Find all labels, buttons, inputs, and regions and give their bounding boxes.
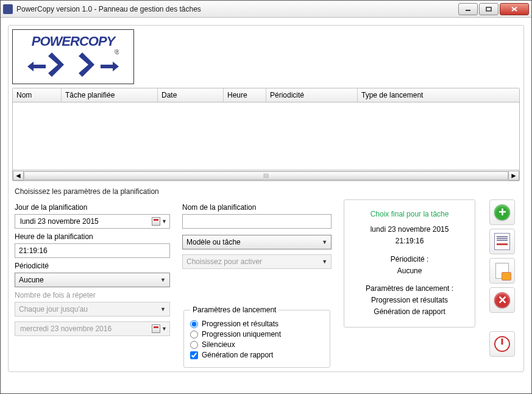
summary-periodicity-value: Aucune: [349, 265, 470, 277]
summary-box: Choix final pour la tâche lundi 23 novem…: [344, 199, 475, 328]
col-nom[interactable]: Nom: [13, 88, 62, 102]
repeat-dropdown: Chaque jour jusqu'au ▼: [15, 302, 170, 317]
col-date[interactable]: Date: [158, 88, 224, 102]
summary-date: lundi 23 novembre 2015: [349, 224, 470, 235]
column-schedule: Jour de la planification lundi 23 novemb…: [15, 199, 170, 368]
scroll-left-arrow-icon[interactable]: ◄: [13, 171, 24, 181]
scroll-thumb[interactable]: [24, 171, 508, 180]
logo: POWERCOPY ®: [12, 29, 134, 84]
check-report[interactable]: Génération de rapport: [190, 351, 324, 359]
activate-dropdown: Choisissez pour activer ▼: [182, 254, 332, 269]
radio-progress-results-input[interactable]: [190, 320, 198, 328]
until-date-picker: mercredi 23 novembre 2016 ▼: [15, 321, 170, 336]
summary-periodicity-label: Périodicité :: [349, 254, 470, 265]
summary-launch-2: Génération de rapport: [349, 306, 470, 318]
copy-folder-icon: [495, 263, 509, 279]
logo-arrows-icon: ®: [27, 49, 119, 80]
scroll-track[interactable]: [24, 171, 508, 181]
radio-silent[interactable]: Silencieux: [190, 340, 324, 349]
svg-rect-1: [486, 7, 491, 11]
svg-text:®: ®: [115, 49, 119, 56]
time-input[interactable]: 21:19:16: [15, 243, 170, 258]
chevron-down-icon: ▼: [322, 239, 327, 245]
task-grid[interactable]: Nom Tâche planifiée Date Heure Périodici…: [12, 88, 520, 181]
periodicity-label: Périodicité: [15, 262, 170, 270]
delete-button[interactable]: ✕: [489, 287, 515, 313]
date-value: lundi 23 novembre 2015: [20, 217, 99, 226]
calendar-button[interactable]: ▼: [152, 217, 167, 226]
plus-icon: +: [494, 204, 510, 220]
launch-params-group: Paramètres de lancement Progression et r…: [183, 306, 330, 368]
activate-value: Choisissez pour activer: [186, 257, 262, 266]
chevron-down-icon: ▼: [161, 326, 167, 332]
summary-time: 21:19:16: [349, 235, 470, 247]
minimize-button[interactable]: [458, 3, 478, 15]
maximize-button[interactable]: [479, 3, 498, 15]
grid-header: Nom Tâche planifiée Date Heure Périodici…: [13, 88, 519, 102]
section-title: Choisissez les paramètres de la planific…: [15, 187, 520, 196]
column-summary: Choix final pour la tâche lundi 23 novem…: [344, 199, 475, 368]
chevron-down-icon: ▼: [160, 277, 166, 283]
radio-progress-only[interactable]: Progression uniquement: [190, 330, 324, 338]
repeat-value: Chaque jour jusqu'au: [19, 305, 88, 313]
calendar-icon: [152, 217, 160, 226]
col-periodicite[interactable]: Périodicité: [266, 88, 358, 102]
main-panel: POWERCOPY ® Nom Tâche planifiée Date: [8, 25, 524, 372]
plan-name-label: Nom de la planification: [182, 203, 332, 212]
time-label: Heure de la planification: [15, 232, 170, 241]
repeat-label: Nombre de fois à répeter: [15, 291, 170, 299]
report-button[interactable]: [489, 229, 515, 254]
document-icon: [494, 233, 510, 250]
form-area: Jour de la planification lundi 23 novemb…: [12, 199, 520, 368]
delete-icon: ✕: [494, 292, 510, 308]
grid-body[interactable]: [13, 102, 519, 170]
launch-legend: Paramètres de lancement: [190, 306, 278, 314]
chevron-down-icon: ▼: [161, 218, 167, 224]
titlebar[interactable]: PowerCopy version 1.0 - Panneau de gesti…: [1, 1, 531, 18]
until-date-value: mercredi 23 novembre 2016: [20, 324, 112, 333]
summary-launch-label: Paramètres de lancement :: [349, 283, 470, 295]
scroll-right-arrow-icon[interactable]: ►: [508, 171, 519, 181]
model-value: Modèle ou tâche: [186, 238, 241, 246]
logo-text: POWERCOPY: [32, 34, 115, 49]
radio-progress-only-input[interactable]: [190, 331, 198, 338]
radio-progress-results[interactable]: Progression et résultats: [190, 320, 324, 328]
summary-head: Choix final pour la tâche: [349, 209, 470, 220]
day-label: Jour de la planification: [15, 203, 170, 212]
chevron-down-icon: ▼: [160, 306, 166, 312]
periodicity-dropdown[interactable]: Aucune ▼: [15, 273, 170, 287]
window-buttons: [457, 3, 529, 15]
col-type[interactable]: Type de lancement: [358, 88, 519, 102]
app-icon: [3, 4, 13, 14]
copy-button[interactable]: [489, 258, 515, 284]
horizontal-scrollbar[interactable]: ◄ ►: [13, 170, 519, 181]
chevron-down-icon: ▼: [322, 259, 327, 265]
column-actions: + ✕: [488, 199, 517, 368]
power-icon: [494, 336, 510, 352]
radio-silent-input[interactable]: [190, 341, 198, 349]
model-dropdown[interactable]: Modèle ou tâche ▼: [182, 235, 332, 249]
col-heure[interactable]: Heure: [224, 88, 266, 102]
window-title: PowerCopy version 1.0 - Panneau de gesti…: [16, 5, 457, 13]
plan-name-input[interactable]: [182, 214, 332, 229]
content: POWERCOPY ® Nom Tâche planifiée Date: [1, 18, 531, 393]
date-picker[interactable]: lundi 23 novembre 2015 ▼: [15, 214, 170, 229]
close-button[interactable]: [500, 3, 529, 15]
periodicity-value: Aucune: [19, 276, 44, 284]
add-button[interactable]: +: [489, 199, 515, 225]
app-window: PowerCopy version 1.0 - Panneau de gesti…: [0, 0, 532, 394]
power-button[interactable]: [489, 331, 515, 357]
calendar-icon: [152, 324, 160, 333]
check-report-input[interactable]: [190, 351, 198, 359]
time-value: 21:19:16: [19, 246, 48, 255]
summary-launch-1: Progression et résultats: [349, 295, 470, 306]
col-tache[interactable]: Tâche planifiée: [62, 88, 158, 102]
column-name-launch: Nom de la planification Modèle ou tâche …: [182, 199, 332, 368]
